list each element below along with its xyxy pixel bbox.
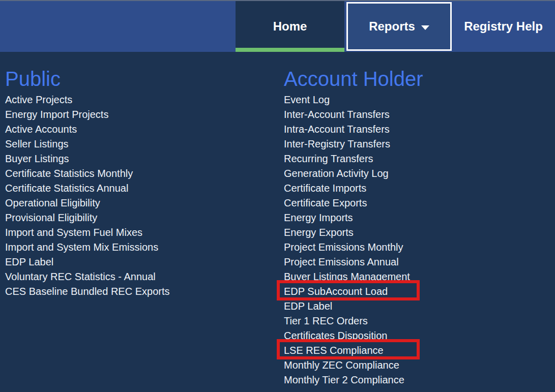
menu-item[interactable]: Recurring Transfers — [284, 152, 423, 166]
menu-item[interactable]: Inter-Account Transfers — [284, 107, 423, 122]
menu-item[interactable]: EDP Label — [5, 255, 170, 269]
menu-item[interactable]: Seller Listings — [5, 137, 170, 152]
menu-item[interactable]: Monthly Tier 2 Compliance — [284, 373, 423, 387]
menu-item[interactable]: Certificate Imports — [284, 181, 423, 196]
menu-item-label: Inter-Account Transfers — [284, 109, 390, 120]
menu-item-label: Voluntary REC Statistics - Annual — [5, 271, 156, 282]
menu-item[interactable]: Provisional Eligibility — [5, 210, 170, 225]
menu-item[interactable]: Event Log — [284, 93, 423, 107]
menu-item[interactable]: Project Emissions Annual — [284, 255, 423, 269]
menu-item-label: Project Emissions Monthly — [284, 242, 403, 253]
menu-item[interactable]: Generation Activity Log — [284, 166, 423, 181]
top-navbar: Home Reports Registry Help — [0, 0, 555, 52]
menu-item-label: Project Emissions Annual — [284, 256, 399, 267]
menu-item[interactable]: Certificate Statistics Annual — [5, 181, 170, 196]
menu-item[interactable]: Monthly ZEC Compliance — [284, 358, 423, 373]
tab-registry-help-label: Registry Help — [464, 19, 543, 34]
menu-item[interactable]: Tier 1 REC Orders — [284, 314, 423, 328]
menu-item-label: EDP SubAccount Load — [284, 286, 388, 297]
menu-item[interactable]: Active Accounts — [5, 122, 170, 137]
menu-item-label: Active Projects — [5, 94, 72, 105]
account-holder-menu-list: Event Log Inter-Account Transfers Intra-… — [284, 93, 423, 387]
reports-mega-menu-screen: Home Reports Registry Help Public Active… — [0, 0, 555, 392]
menu-item-label: Tier 1 REC Orders — [284, 315, 368, 326]
tab-home-label: Home — [273, 19, 307, 34]
menu-item-label: Intra-Account Transfers — [284, 124, 390, 135]
menu-item[interactable]: CES Baseline Bundled REC Exports — [5, 284, 170, 299]
public-column: Public Active Projects Energy Import Pro… — [5, 52, 170, 299]
tab-reports[interactable]: Reports — [346, 2, 452, 51]
menu-item[interactable]: EDP SubAccount Load — [284, 284, 423, 299]
menu-item-label: Buyer Listings — [5, 153, 69, 164]
menu-item-label: Certificate Statistics Monthly — [5, 168, 133, 179]
menu-item[interactable]: Certificates Disposition — [284, 328, 423, 343]
menu-item-label: CES Baseline Bundled REC Exports — [5, 286, 170, 297]
top-border-strip — [0, 0, 555, 1]
menu-item-label: Certificate Exports — [284, 197, 367, 208]
caret-down-icon — [421, 25, 429, 30]
menu-item[interactable]: Buyer Listings Management — [284, 269, 423, 284]
tab-home[interactable]: Home — [236, 1, 344, 52]
tab-registry-help[interactable]: Registry Help — [452, 1, 555, 52]
menu-item-label: Certificate Statistics Annual — [5, 183, 128, 194]
menu-item-label: Monthly Tier 2 Compliance — [284, 374, 404, 385]
menu-item[interactable]: Inter-Registry Transfers — [284, 137, 423, 152]
menu-item-label: Event Log — [284, 94, 330, 105]
menu-item[interactable]: EDP Label — [284, 299, 423, 314]
menu-item-label: Generation Activity Log — [284, 168, 389, 179]
menu-item[interactable]: Energy Imports — [284, 210, 423, 225]
menu-item-label: Active Accounts — [5, 124, 77, 135]
menu-item-label: LSE RES Compliance — [284, 345, 384, 356]
menu-item-label: Energy Imports — [284, 212, 353, 223]
menu-item-label: Import and System Mix Emissions — [5, 242, 158, 253]
menu-item[interactable]: Energy Exports — [284, 225, 423, 240]
menu-item-label: Import and System Fuel Mixes — [5, 227, 142, 238]
menu-item-label: Monthly ZEC Compliance — [284, 359, 399, 371]
public-menu-list: Active Projects Energy Import Projects A… — [5, 93, 170, 299]
public-column-heading: Public — [5, 65, 170, 93]
menu-item[interactable]: Certificate Exports — [284, 196, 423, 210]
menu-item-label: Energy Exports — [284, 227, 354, 238]
menu-item[interactable]: Operational Eligibility — [5, 196, 170, 210]
menu-item[interactable]: Import and System Fuel Mixes — [5, 225, 170, 240]
menu-item-label: Certificate Imports — [284, 183, 366, 194]
menu-item[interactable]: LSE RES Compliance — [284, 343, 423, 358]
menu-item[interactable]: Voluntary REC Statistics - Annual — [5, 269, 170, 284]
menu-item-label: EDP Label — [284, 300, 332, 312]
account-holder-column-heading: Account Holder — [284, 65, 423, 93]
menu-item[interactable]: Energy Import Projects — [5, 107, 170, 122]
menu-item-label: Certificates Disposition — [284, 330, 387, 341]
menu-item-label: Buyer Listings Management — [284, 271, 410, 282]
reports-dropdown-panel: Public Active Projects Energy Import Pro… — [0, 52, 555, 392]
menu-item-label: Operational Eligibility — [5, 197, 100, 208]
menu-item[interactable]: Active Projects — [5, 93, 170, 107]
menu-item[interactable]: Certificate Statistics Monthly — [5, 166, 170, 181]
active-tab-underline — [236, 48, 344, 52]
menu-item-label: Recurring Transfers — [284, 153, 373, 164]
tab-reports-label: Reports — [369, 19, 415, 34]
menu-item[interactable]: Project Emissions Monthly — [284, 240, 423, 255]
menu-item-label: Provisional Eligibility — [5, 212, 97, 223]
menu-item-label: Energy Import Projects — [5, 109, 108, 120]
menu-item-label: EDP Label — [5, 256, 53, 267]
account-holder-column: Account Holder Event Log Inter-Account T… — [284, 52, 423, 387]
menu-item[interactable]: Import and System Mix Emissions — [5, 240, 170, 255]
menu-item[interactable]: Intra-Account Transfers — [284, 122, 423, 137]
menu-item-label: Inter-Registry Transfers — [284, 138, 390, 149]
menu-item-label: Seller Listings — [5, 138, 69, 149]
menu-item[interactable]: Buyer Listings — [5, 152, 170, 166]
